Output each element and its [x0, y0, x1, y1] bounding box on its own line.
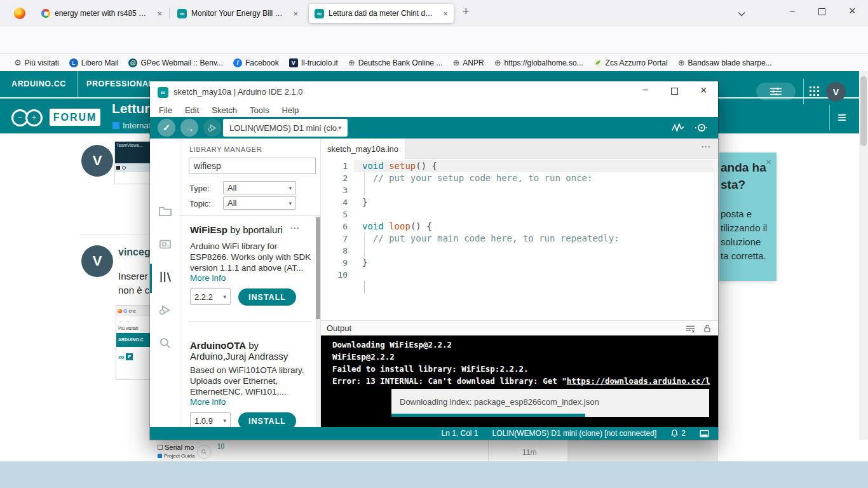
forum-hamburger-icon[interactable]: ≡ [837, 112, 846, 123]
editor-tab-bar: sketch_may10a.ino ⋯ [321, 139, 718, 159]
tab-close-icon[interactable]: × [157, 9, 162, 18]
bookmark-gpec-webmail[interactable]: @GPec Webmail :: Benv... [123, 58, 228, 67]
install-button[interactable]: INSTALL [238, 288, 296, 306]
bookmark-bandsaw[interactable]: ⊕Bandsaw blade sharpe... [673, 58, 777, 67]
boards-manager-icon[interactable] [156, 235, 174, 253]
console-line: WiFiEsp@2.2.2 [332, 351, 395, 363]
bookmark-zcs-azzurro[interactable]: Zcs Azzurro Portal [588, 58, 673, 67]
window-maximize-button[interactable] [818, 8, 825, 15]
list-all-tabs-chevron-icon[interactable] [736, 8, 747, 20]
notifications-indicator[interactable]: 2 [670, 429, 686, 438]
menu-file[interactable]: File [153, 103, 179, 117]
browser-tab-monitor-energy[interactable]: ∞ Monitor Your Energy Bill with M × [172, 4, 304, 23]
line-numbers: 12 34 56 78 910 [321, 160, 348, 281]
forum-user-avatar[interactable]: V [826, 82, 846, 102]
ide-menu-bar: File Edit Sketch Tools Help [153, 103, 715, 117]
output-console[interactable]: Downloading WiFiEsp@2.2.2 WiFiEsp@2.2.2 … [321, 336, 718, 427]
menu-edit[interactable]: Edit [179, 103, 205, 117]
forum-brand-badge[interactable]: FORUM [50, 109, 100, 126]
library-more-menu-icon[interactable]: ⋯ [290, 222, 299, 234]
arduino-favicon: ∞ [177, 9, 187, 18]
mini-windows-icon [116, 166, 120, 170]
ide-minimize-button[interactable]: − [642, 85, 648, 96]
output-header: Output [321, 320, 718, 336]
globe-icon: ⊕ [494, 58, 501, 67]
post-author[interactable]: vinceg [118, 247, 151, 258]
library-description: Based on WiFi101OTA library. [190, 365, 304, 376]
serial-plotter-icon[interactable] [671, 121, 685, 134]
bookmark-il-truciolo[interactable]: VIl-truciolo.it [284, 58, 343, 67]
serial-monitor-icon[interactable] [694, 121, 709, 134]
scrollbar-thumb[interactable] [316, 217, 320, 319]
active-tab-indicator [150, 264, 152, 293]
more-info-link[interactable]: More info [190, 397, 226, 407]
gear-icon: ⚙ [14, 58, 22, 67]
post-image-thumbnail[interactable]: TeamViewe... [114, 141, 151, 184]
menu-help[interactable]: Help [275, 103, 305, 117]
library-search-input[interactable] [189, 158, 316, 174]
library-manager-icon[interactable] [156, 268, 174, 286]
tab-close-icon[interactable]: × [293, 9, 298, 18]
bookmark-deutsche-bank[interactable]: ⊕Deutsche Bank Online ... [343, 58, 448, 67]
panel-header: LIBRARY MANAGER [189, 146, 262, 153]
truciolo-icon: V [289, 58, 298, 67]
menu-sketch[interactable]: Sketch [205, 103, 243, 117]
notice-close-icon[interactable]: × [766, 156, 771, 167]
more-info-link[interactable]: More info [190, 273, 226, 283]
editor-tab-sketch[interactable]: sketch_may10a.ino [321, 139, 405, 159]
library-description: EthernetENC, WiFi101,... [190, 386, 287, 397]
forum-filter-pill[interactable] [756, 83, 796, 100]
panel-scrollbar[interactable] [316, 216, 320, 427]
board-selector-dropdown[interactable]: LOLIN(WEMOS) D1 mini (clo... ▾ [223, 119, 348, 137]
page-scrollbar[interactable] [859, 71, 868, 461]
verify-button[interactable]: ✓ [158, 119, 175, 137]
window-close-button[interactable]: × [849, 4, 856, 18]
bookmark-facebook[interactable]: fFacebook [228, 58, 284, 67]
tab-close-icon[interactable]: × [443, 9, 448, 18]
bookmark-piu-visitati[interactable]: ⚙Più visitati [9, 58, 64, 67]
topic-filter-select[interactable]: All▾ [223, 196, 296, 210]
firefox-view-icon[interactable] [14, 8, 25, 19]
apps-grid-icon[interactable] [810, 86, 820, 97]
ide-close-button[interactable]: × [700, 84, 707, 97]
chevron-down-icon: ▾ [338, 125, 341, 131]
editor-more-menu-icon[interactable]: ⋯ [701, 141, 710, 152]
post-avatar[interactable]: V [81, 245, 113, 277]
menu-tools[interactable]: Tools [243, 103, 275, 117]
ide-toolbar: ✓ → LOLIN(WEMOS) D1 mini (clo... ▾ [150, 117, 718, 139]
browser-tab-energy-meter[interactable]: energy meter with rs485 modbu × [36, 4, 168, 23]
forum-nav-professional[interactable]: PROFESSIONAL [86, 79, 154, 88]
ide-maximize-button[interactable] [671, 88, 678, 95]
download-progress-fill [391, 414, 585, 417]
bookmark-libero-mail[interactable]: LLibero Mail [64, 58, 124, 67]
clear-output-icon[interactable] [684, 323, 696, 334]
desktop: energy meter with rs485 modbu × ∞ Monito… [0, 0, 868, 488]
window-minimize-button[interactable]: − [789, 6, 795, 17]
debug-button[interactable] [203, 119, 221, 137]
editor-scrollbar[interactable] [713, 160, 718, 320]
fragment-line-number: 10 [217, 443, 224, 450]
console-error-url[interactable]: https://downloads.arduino.cc/l [567, 376, 710, 386]
chevron-down-icon: ▾ [223, 294, 226, 300]
toggle-autoscroll-lock-icon[interactable] [702, 323, 712, 334]
search-icon[interactable] [156, 334, 174, 352]
version-select[interactable]: 2.2.2▾ [190, 288, 231, 305]
post-avatar[interactable]: V [81, 145, 113, 177]
browser-tab-lettura-dati[interactable]: ∞ Lettura dati da meter Chint ddsu × [309, 4, 454, 23]
post-image-thumbnail[interactable]: G ene ← → Più visitati ARDUINO.C ∞ F [116, 305, 151, 380]
upload-button[interactable]: → [180, 119, 198, 137]
bookmark-anpr[interactable]: ⊕ANPR [447, 58, 489, 67]
forum-nav-arduino-cc[interactable]: ARDUINO.CC [9, 79, 69, 88]
debug-panel-icon[interactable] [156, 301, 174, 319]
ide-title-bar[interactable]: ∞ sketch_may10a | Arduino IDE 2.1.0 − × [150, 81, 718, 103]
type-filter-select[interactable]: All▾ [223, 181, 296, 194]
toggle-panel-icon[interactable] [700, 430, 709, 438]
globe-icon: ⊕ [452, 58, 459, 67]
scrollbar-thumb[interactable] [860, 76, 867, 146]
globe-icon: ⊕ [678, 58, 685, 67]
bookmark-globalhome[interactable]: ⊕https://globalhome.so... [489, 58, 588, 67]
type-filter-label: Type: [189, 184, 210, 193]
sketchbook-folder-icon[interactable] [156, 202, 174, 220]
new-tab-button[interactable]: + [463, 5, 470, 18]
arduino-favicon: ∞ [315, 9, 324, 18]
